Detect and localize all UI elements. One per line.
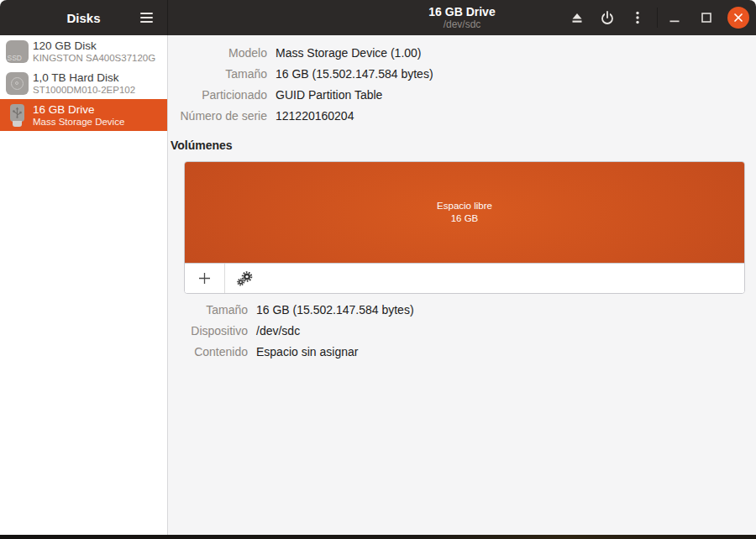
usb-drive-icon [4, 102, 29, 128]
volumes-heading: Volúmenes [171, 139, 745, 152]
hamburger-icon [140, 13, 153, 14]
info-value-contenido: Espacio sin asignar [256, 342, 745, 363]
info-value-numero-serie: 121220160204 [276, 106, 745, 127]
volume-info-grid: Tamaño 16 GB (15.502.147.584 bytes) Disp… [169, 300, 745, 363]
device-title: 16 GB Drive [33, 103, 124, 117]
gears-settings-icon [237, 271, 253, 286]
volume-toolbar [185, 263, 744, 293]
titlebar-separator [657, 8, 658, 28]
device-subtitle: Mass Storage Device [33, 117, 124, 128]
close-icon [733, 13, 743, 23]
free-space-size: 16 GB [451, 212, 479, 225]
main-area: SSD 120 GB Disk KINGSTON SA400S37120G 1,… [0, 35, 756, 535]
usb-trident-glyph [12, 107, 23, 119]
info-value-particionado: GUID Partition Table [276, 85, 745, 106]
info-value-tamano: 16 GB (15.502.147.584 bytes) [276, 64, 745, 85]
titlebar: Disks 16 GB Drive /dev/sdc [0, 0, 756, 35]
window-title: 16 GB Drive [428, 5, 495, 18]
create-partition-button[interactable] [185, 264, 224, 293]
free-space-segment[interactable]: Espacio libre 16 GB [185, 162, 744, 263]
device-title: 120 GB Disk [33, 39, 155, 53]
sidebar-header: Disks [0, 0, 168, 35]
maximize-button[interactable] [696, 7, 717, 29]
device-subtitle: KINGSTON SA400S37120G [33, 53, 155, 64]
device-sidebar: SSD 120 GB Disk KINGSTON SA400S37120G 1,… [0, 35, 168, 535]
drive-detail-panel: Modelo Mass Storage Device (1.00) Tamaño… [168, 35, 756, 535]
info-label-contenido: Contenido [169, 342, 248, 363]
hdd-icon [4, 71, 29, 96]
kebab-menu-icon [631, 10, 644, 25]
maximize-icon [701, 12, 712, 24]
power-off-button[interactable] [592, 3, 622, 33]
sidebar-item-usb-drive[interactable]: 16 GB Drive Mass Storage Device [0, 99, 167, 131]
info-label-dispositivo: Dispositivo [169, 321, 248, 342]
sidebar-item-hard-disk[interactable]: 1,0 TB Hard Disk ST1000DM010-2EP102 [0, 67, 167, 99]
minimize-icon [669, 12, 680, 24]
eject-icon [570, 11, 584, 24]
info-label-modelo: Modelo [169, 43, 267, 64]
disks-window: Disks 16 GB Drive /dev/sdc [0, 0, 756, 539]
plus-icon [197, 271, 212, 285]
eject-button[interactable] [562, 3, 592, 33]
titlebar-actions [562, 3, 756, 33]
power-icon [600, 10, 615, 25]
info-label-tamano: Tamaño [169, 64, 267, 85]
hamburger-menu-button[interactable] [135, 7, 157, 29]
window-controls [664, 7, 749, 29]
minimize-button[interactable] [664, 7, 685, 29]
app-menu-button[interactable] [622, 3, 653, 33]
info-value-dispositivo: /dev/sdc [256, 321, 745, 342]
desktop-background-strip [0, 535, 756, 539]
ssd-icon: SSD [4, 39, 29, 64]
close-button[interactable] [727, 7, 749, 29]
volumes-widget: Espacio libre 16 GB [184, 161, 745, 294]
additional-partition-options-button[interactable] [225, 264, 265, 293]
device-title: 1,0 TB Hard Disk [33, 71, 135, 85]
device-subtitle: ST1000DM010-2EP102 [33, 85, 135, 96]
info-value-vol-tamano: 16 GB (15.502.147.584 bytes) [256, 300, 745, 321]
info-label-numero-serie: Número de serie [169, 106, 267, 127]
sidebar-item-ssd-disk[interactable]: SSD 120 GB Disk KINGSTON SA400S37120G [0, 35, 167, 67]
app-title: Disks [66, 11, 100, 25]
info-value-modelo: Mass Storage Device (1.00) [276, 43, 745, 64]
window-subtitle: /dev/sdc [444, 18, 481, 30]
titlebar-main: 16 GB Drive /dev/sdc [168, 0, 756, 35]
info-label-particionado: Particionado [169, 85, 267, 106]
drive-info-grid: Modelo Mass Storage Device (1.00) Tamaño… [169, 43, 745, 127]
info-label-vol-tamano: Tamaño [169, 300, 248, 321]
free-space-label: Espacio libre [437, 200, 492, 212]
